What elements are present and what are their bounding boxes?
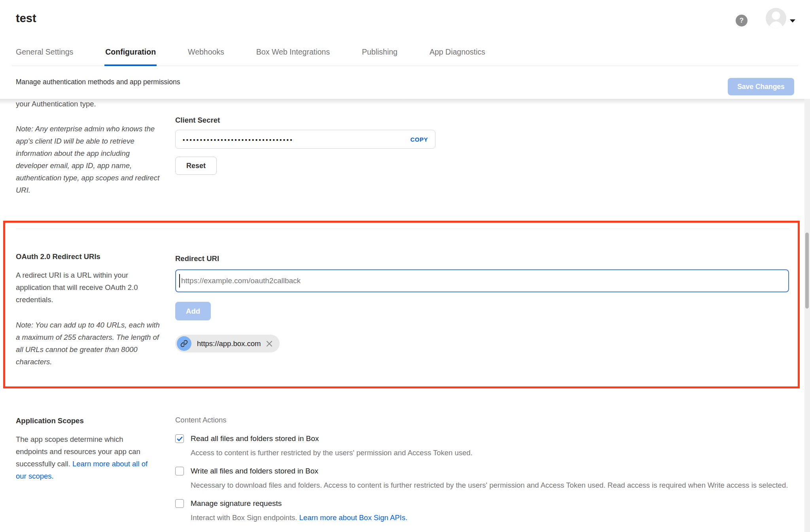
page-title: test bbox=[16, 12, 36, 25]
redirect-uri-input[interactable] bbox=[175, 269, 789, 292]
redirect-uri-field-wrap bbox=[175, 269, 789, 292]
redirect-uri-chip-url: https://app.box.com bbox=[197, 339, 261, 348]
copy-client-secret-button[interactable]: COPY bbox=[410, 136, 428, 143]
section-subheader: Manage authentication methods and app pe… bbox=[0, 66, 810, 99]
subheader-description: Manage authentication methods and app pe… bbox=[16, 78, 180, 86]
box-sign-apis-link[interactable]: Learn more about Box Sign APIs. bbox=[299, 513, 408, 522]
scope-label: Read all files and folders stored in Box bbox=[191, 434, 473, 444]
avatar-silhouette-head bbox=[772, 11, 780, 20]
redirect-uri-label: Redirect URI bbox=[175, 254, 219, 263]
client-secret-field[interactable]: •••••••••••••••••••••••••••••••• COPY bbox=[175, 130, 435, 149]
save-changes-button[interactable]: Save Changes bbox=[728, 78, 794, 95]
link-icon bbox=[177, 336, 191, 351]
remove-uri-icon[interactable] bbox=[266, 340, 273, 347]
avatar[interactable] bbox=[766, 8, 786, 28]
scope-description: Interact with Box Sign endpoints. Learn … bbox=[191, 512, 407, 524]
scrollbar-track[interactable] bbox=[804, 99, 810, 532]
tab-bar: General Settings Configuration Webhooks … bbox=[0, 38, 810, 66]
client-secret-masked-value: •••••••••••••••••••••••••••••••• bbox=[183, 136, 410, 143]
help-icon[interactable]: ? bbox=[736, 15, 748, 27]
topbar-actions: ? bbox=[736, 8, 795, 28]
account-menu-caret-icon[interactable] bbox=[790, 19, 795, 23]
auth-truncated-text: your Authentication type. bbox=[16, 100, 96, 108]
scope-label: Write all files and folders stored in Bo… bbox=[191, 466, 788, 476]
scope-description: Necessary to download files and folders.… bbox=[191, 479, 788, 491]
scope-checkbox-list: Read all files and folders stored in Box… bbox=[175, 434, 794, 531]
tab-webhooks[interactable]: Webhooks bbox=[188, 38, 224, 66]
scope-label: Manage signature requests bbox=[191, 498, 407, 509]
content-actions-label: Content Actions bbox=[175, 416, 227, 424]
redirect-uri-chip: https://app.box.com bbox=[175, 335, 280, 352]
tab-publishing[interactable]: Publishing bbox=[362, 38, 397, 66]
read-files-checkbox[interactable] bbox=[175, 434, 184, 443]
client-secret-label: Client Secret bbox=[175, 116, 220, 125]
oauth-redirect-uris-heading: OAuth 2.0 Redirect URIs bbox=[16, 252, 100, 261]
scope-description: Access to content is further restricted … bbox=[191, 447, 473, 459]
scope-row-signature: Manage signature requests Interact with … bbox=[175, 498, 794, 524]
application-scopes-heading: Application Scopes bbox=[16, 417, 84, 425]
tab-app-diagnostics[interactable]: App Diagnostics bbox=[430, 38, 485, 66]
reset-client-secret-button[interactable]: Reset bbox=[175, 157, 217, 175]
text-cursor bbox=[179, 274, 180, 288]
oauth-note-text: Note: You can add up to 40 URLs, each wi… bbox=[16, 319, 163, 368]
auth-note-text: Note: Any enterprise admin who knows the… bbox=[16, 123, 161, 196]
tabs: General Settings Configuration Webhooks … bbox=[16, 38, 485, 66]
scope-row-read: Read all files and folders stored in Box… bbox=[175, 434, 794, 459]
sticky-header-shadow bbox=[0, 99, 810, 105]
manage-signature-checkbox[interactable] bbox=[175, 499, 184, 508]
oauth-section-divider bbox=[16, 229, 789, 229]
write-files-checkbox[interactable] bbox=[175, 467, 184, 475]
scope-row-write: Write all files and folders stored in Bo… bbox=[175, 466, 794, 491]
tab-general-settings[interactable]: General Settings bbox=[16, 38, 73, 66]
application-scopes-description: The app scopes determine which endpoints… bbox=[16, 433, 153, 482]
scrollbar-thumb[interactable] bbox=[805, 233, 809, 309]
add-redirect-uri-button[interactable]: Add bbox=[175, 302, 211, 320]
tab-configuration[interactable]: Configuration bbox=[105, 38, 156, 66]
tab-box-web-integrations[interactable]: Box Web Integrations bbox=[256, 38, 330, 66]
oauth-description-text: A redirect URI is a URL within your appl… bbox=[16, 269, 163, 306]
scope-description-text: Interact with Box Sign endpoints. bbox=[191, 513, 299, 522]
avatar-silhouette-body bbox=[768, 21, 784, 28]
box-dev-console-config-page: test ? General Settings Configuration We… bbox=[0, 0, 810, 532]
